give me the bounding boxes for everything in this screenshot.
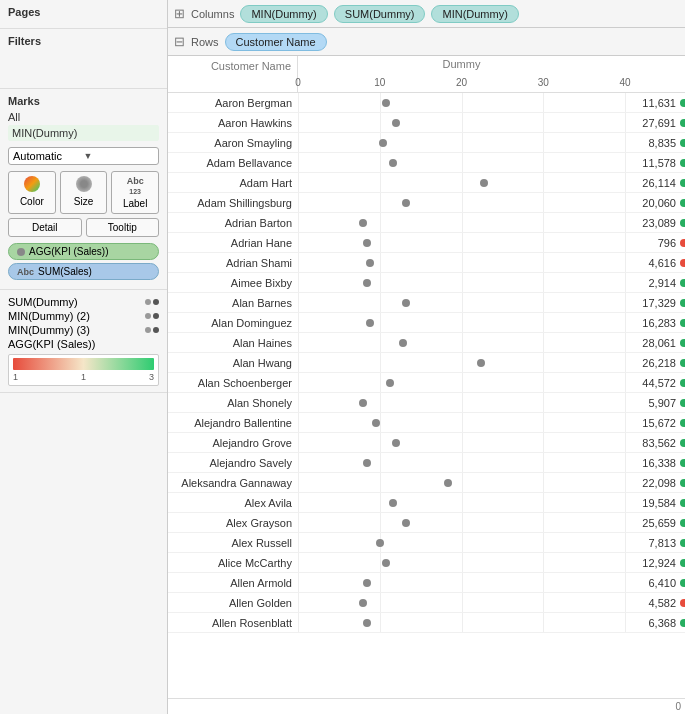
row-plot-area — [298, 413, 625, 432]
pages-section: Pages — [0, 0, 167, 29]
sum-sales-label: SUM(Sales) — [38, 266, 92, 277]
grid-line — [380, 213, 381, 232]
row-customer-name: Alan Shonely — [168, 397, 298, 409]
grid-line — [298, 153, 299, 172]
toggle-dot-6 — [153, 327, 159, 333]
sum-sales-pill[interactable]: Abc SUM(Sales) — [8, 263, 159, 280]
grid-line — [462, 353, 463, 372]
grid-line — [462, 233, 463, 252]
min-dummy2-row: MIN(Dummy) (2) — [8, 310, 159, 322]
table-row: Aleksandra Gannaway22,098 — [168, 473, 685, 493]
data-dot — [363, 279, 371, 287]
data-dot — [372, 419, 380, 427]
grid-line — [380, 313, 381, 332]
filters-title: Filters — [8, 35, 159, 47]
kpi-indicator-green — [680, 159, 685, 167]
agg-kpi-row: AGG(KPI (Sales)) — [8, 338, 159, 350]
row-value: 26,114 — [625, 177, 680, 189]
row-customer-name: Aleksandra Gannaway — [168, 477, 298, 489]
axis-ticks: 010203040 — [298, 72, 625, 90]
col2-pill[interactable]: SUM(Dummy) — [334, 5, 426, 23]
sum-dummy-label: SUM(Dummy) — [8, 296, 78, 308]
toggle-dots-3[interactable] — [145, 327, 159, 333]
row-end: 15,672 — [625, 417, 685, 429]
table-row: Alan Barnes17,329 — [168, 293, 685, 313]
data-dot — [376, 539, 384, 547]
row-end: 11,578 — [625, 157, 685, 169]
row-customer-name: Adam Bellavance — [168, 157, 298, 169]
chart-header: Customer Name Dummy 010203040 — [168, 56, 685, 93]
detail-button[interactable]: Detail — [8, 218, 82, 237]
grid-line — [543, 553, 544, 572]
data-dot — [359, 219, 367, 227]
columns-toolbar: ⊞ Columns MIN(Dummy) SUM(Dummy) MIN(Dumm… — [168, 0, 685, 28]
columns-grid-icon: ⊞ — [174, 6, 185, 21]
size-button[interactable]: Size — [60, 171, 108, 214]
row-customer-name: Aaron Hawkins — [168, 117, 298, 129]
color-button[interactable]: Color — [8, 171, 56, 214]
kpi-indicator-red — [680, 239, 685, 247]
sum-dummy-row: SUM(Dummy) — [8, 296, 159, 308]
toggle-dots-2[interactable] — [145, 313, 159, 319]
table-row: Adrian Shami4,616 — [168, 253, 685, 273]
table-row: Adam Shillingsburg20,060 — [168, 193, 685, 213]
agg-kpi-pill[interactable]: AGG(KPI (Sales)) — [8, 243, 159, 260]
grid-line — [298, 373, 299, 392]
row-plot-area — [298, 253, 625, 272]
chart-footer: 0 — [168, 698, 685, 714]
row-plot-area — [298, 573, 625, 592]
grid-line — [380, 373, 381, 392]
label-button[interactable]: Abc123 Label — [111, 171, 159, 214]
marks-type-dropdown[interactable]: Automatic ▼ — [8, 147, 159, 165]
data-dot — [382, 559, 390, 567]
row1-pill[interactable]: Customer Name — [225, 33, 327, 51]
chevron-down-icon: ▼ — [84, 151, 155, 161]
row-plot-area — [298, 313, 625, 332]
row-customer-name: Alan Schoenberger — [168, 377, 298, 389]
row-value: 22,098 — [625, 477, 680, 489]
row-end: 4,616 — [625, 257, 685, 269]
grid-line — [380, 353, 381, 372]
row-plot-area — [298, 533, 625, 552]
grid-line — [462, 193, 463, 212]
chart-scrollable[interactable]: Aaron Bergman11,631Aaron Hawkins27,691Aa… — [168, 93, 685, 698]
kpi-indicator-green — [680, 299, 685, 307]
data-dot — [366, 319, 374, 327]
row-value: 16,283 — [625, 317, 680, 329]
row-value: 7,813 — [625, 537, 680, 549]
row-customer-name: Allen Golden — [168, 597, 298, 609]
kpi-indicator-green — [680, 459, 685, 467]
grid-line — [543, 353, 544, 372]
row-plot-area — [298, 193, 625, 212]
min-dummy3-label: MIN(Dummy) (3) — [8, 324, 90, 336]
tooltip-button[interactable]: Tooltip — [86, 218, 160, 237]
grid-line — [462, 453, 463, 472]
grid-line — [543, 533, 544, 552]
grid-line — [543, 113, 544, 132]
axis-tick-20: 20 — [456, 77, 467, 88]
grid-line — [380, 593, 381, 612]
kpi-indicator-green — [680, 359, 685, 367]
grid-line — [462, 173, 463, 192]
row-customer-name: Alan Hwang — [168, 357, 298, 369]
toggle-dot-5 — [145, 327, 151, 333]
grid-line — [380, 513, 381, 532]
data-dot — [477, 359, 485, 367]
grid-line — [462, 273, 463, 292]
col3-pill[interactable]: MIN(Dummy) — [431, 5, 518, 23]
chart-area: Customer Name Dummy 010203040 Aaron Berg… — [168, 56, 685, 714]
marks-section: Marks All MIN(Dummy) Automatic ▼ Color S… — [0, 89, 167, 290]
grid-line — [543, 573, 544, 592]
grid-line — [543, 493, 544, 512]
grid-line — [298, 213, 299, 232]
row-end: 11,631 — [625, 97, 685, 109]
kpi-indicator-red — [680, 599, 685, 607]
grid-line — [462, 153, 463, 172]
toggle-dots[interactable] — [145, 299, 159, 305]
grid-line — [462, 613, 463, 632]
table-row: Adrian Barton23,089 — [168, 213, 685, 233]
dummy-axis-label: Dummy — [298, 58, 625, 72]
col1-pill[interactable]: MIN(Dummy) — [240, 5, 327, 23]
data-dot — [366, 259, 374, 267]
legend-max: 3 — [149, 372, 154, 382]
